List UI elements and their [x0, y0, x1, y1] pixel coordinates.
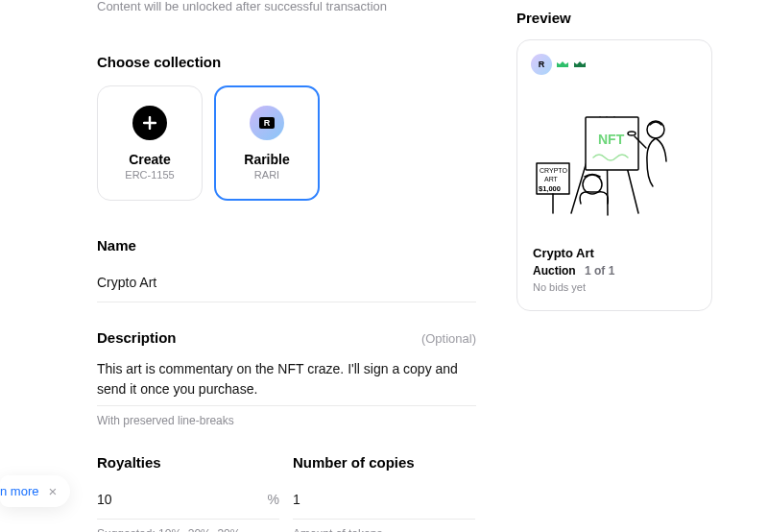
collection-title: Rarible: [244, 152, 289, 167]
collection-list: Create ERC-1155 R Rarible RARI: [97, 85, 476, 201]
toast-banner: n more ×: [0, 475, 70, 507]
copies-label: Number of copies: [293, 454, 475, 471]
collection-title: Create: [129, 152, 171, 167]
preview-title: Preview: [516, 10, 712, 26]
svg-text:ART: ART: [544, 176, 559, 182]
preview-bids: No bids yet: [533, 281, 696, 293]
royalties-input[interactable]: [97, 486, 268, 513]
divider: [97, 405, 476, 406]
preview-badges: R: [531, 54, 696, 75]
name-input[interactable]: [97, 269, 476, 296]
svg-text:$1,000: $1,000: [539, 184, 561, 193]
optional-tag: (Optional): [421, 331, 476, 346]
edition-count: 1 of 1: [585, 264, 614, 278]
preview-card: R NFT: [516, 39, 712, 311]
divider: [97, 302, 476, 302]
description-label: Description: [97, 329, 177, 346]
unlock-note: Content will be unlocked after successfu…: [97, 0, 476, 15]
svg-text:CRYPTO: CRYPTO: [540, 167, 567, 174]
collection-subtitle: RARI: [254, 169, 279, 181]
copies-helper: Amount of tokens: [293, 527, 475, 532]
preview-item-meta: Auction 1 of 1: [533, 264, 696, 278]
preview-item-name: Crypto Art: [533, 246, 696, 260]
description-input[interactable]: This art is commentary on the NFT craze.…: [97, 359, 476, 399]
auction-label: Auction: [533, 264, 576, 278]
collection-subtitle: ERC-1155: [125, 169, 174, 181]
divider: [293, 519, 475, 520]
preview-artwork: NFT CRYPTO ART $: [533, 88, 696, 223]
collection-card-create[interactable]: Create ERC-1155: [97, 85, 203, 201]
toast-link[interactable]: n more: [0, 484, 38, 498]
svg-point-7: [583, 175, 602, 194]
copies-input[interactable]: [293, 486, 475, 513]
rarible-icon: R: [250, 106, 284, 140]
royalties-helper: Suggested: 10%, 20%, 30%: [97, 527, 279, 532]
collection-card-rarible[interactable]: R Rarible RARI: [214, 85, 320, 201]
close-icon[interactable]: ×: [46, 483, 59, 499]
svg-text:NFT: NFT: [598, 132, 625, 147]
divider: [97, 519, 279, 520]
name-label: Name: [97, 237, 476, 254]
rarible-badge-icon: R: [531, 54, 552, 75]
percent-suffix: %: [268, 492, 279, 507]
crown-icon: [556, 60, 569, 69]
crown-icon: [573, 60, 587, 69]
svg-point-5: [647, 121, 664, 138]
choose-collection-title: Choose collection: [97, 54, 476, 70]
royalties-label: Royalties: [97, 454, 279, 471]
plus-icon: [132, 106, 167, 140]
description-helper: With preserved line-breaks: [97, 414, 476, 427]
